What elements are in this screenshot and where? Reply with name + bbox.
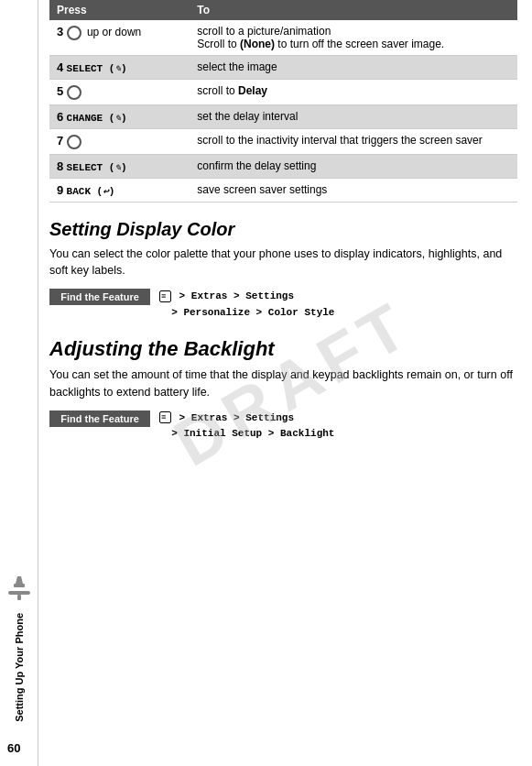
find-feature-path-display: > Extras > Settings > Personalize > Colo… xyxy=(159,289,334,321)
press-label: SELECT (✎) xyxy=(67,63,127,74)
row-number: 3 xyxy=(57,25,63,38)
adjusting-backlight-body: You can set the amount of time that the … xyxy=(49,367,517,401)
table-row: 4 SELECT (✎) select the image xyxy=(49,56,517,80)
instruction-table: Press To 3 up or down scroll to a pictur… xyxy=(49,0,517,202)
sidebar: Setting Up Your Phone xyxy=(0,0,38,766)
nav-key-icon xyxy=(67,85,81,100)
setting-display-color-heading: Setting Display Color xyxy=(49,219,517,240)
find-feature-path-backlight: > Extras > Settings > Initial Setup > Ba… xyxy=(159,410,334,443)
table-row: 5 scroll to Delay xyxy=(49,80,517,105)
table-row: 7 scroll to the inactivity interval that… xyxy=(49,128,517,154)
table-row: 9 BACK (↩) save screen saver settings xyxy=(49,178,517,202)
nav-key-icon xyxy=(67,26,81,40)
find-feature-label-display: Find the Feature xyxy=(49,289,150,305)
row-number: 5 xyxy=(57,84,63,98)
adjusting-backlight-section: Adjusting the Backlight You can set the … xyxy=(49,337,517,443)
to-cell: scroll to Delay xyxy=(190,80,517,105)
press-label: BACK (↩) xyxy=(67,186,115,197)
page-number: 60 xyxy=(7,741,20,755)
row-number: 4 xyxy=(57,60,63,74)
press-column-header: Press xyxy=(49,0,190,20)
svg-rect-1 xyxy=(14,584,25,587)
row-number: 8 xyxy=(57,159,63,173)
svg-rect-2 xyxy=(17,595,21,600)
to-column-header: To xyxy=(190,0,517,20)
to-cell: scroll to the inactivity interval that t… xyxy=(190,128,517,154)
main-content: Press To 3 up or down scroll to a pictur… xyxy=(38,0,532,766)
to-cell: scroll to a picture/animation Scroll to … xyxy=(190,20,517,56)
svg-rect-0 xyxy=(8,591,30,595)
menu-icon xyxy=(159,290,171,302)
press-label: CHANGE (✎) xyxy=(67,113,127,124)
press-label: SELECT (✎) xyxy=(67,162,127,173)
row-number: 9 xyxy=(57,183,63,197)
find-feature-label-backlight: Find the Feature xyxy=(49,410,150,427)
row-number: 6 xyxy=(57,110,63,124)
to-cell: set the delay interval xyxy=(190,104,517,128)
to-cell: select the image xyxy=(190,56,517,80)
sidebar-label: Setting Up Your Phone xyxy=(14,613,25,722)
tools-icon xyxy=(5,573,34,602)
setting-display-color-section: Setting Display Color You can select the… xyxy=(49,219,517,322)
find-feature-display-color: Find the Feature > Extras > Settings > P… xyxy=(49,289,517,321)
press-label: up or down xyxy=(87,26,141,38)
nav-key-icon xyxy=(67,135,81,149)
table-row: 8 SELECT (✎) confirm the delay setting xyxy=(49,154,517,178)
to-cell: confirm the delay setting xyxy=(190,154,517,178)
table-row: 6 CHANGE (✎) set the delay interval xyxy=(49,104,517,128)
row-number: 7 xyxy=(57,134,63,148)
table-row: 3 up or down scroll to a picture/animati… xyxy=(49,20,517,56)
adjusting-backlight-heading: Adjusting the Backlight xyxy=(49,337,517,361)
menu-icon xyxy=(159,411,171,423)
to-cell: save screen saver settings xyxy=(190,178,517,202)
find-feature-backlight: Find the Feature > Extras > Settings > I… xyxy=(49,410,517,443)
setting-display-color-body: You can select the color palette that yo… xyxy=(49,246,517,280)
